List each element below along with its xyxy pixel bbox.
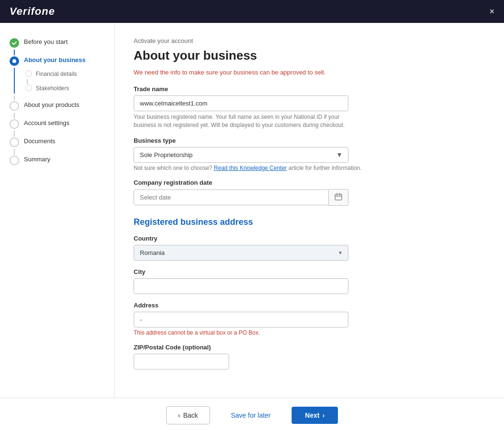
step-indicator-documents	[10, 137, 19, 147]
business-type-wrapper: Sole Proprietorship Limited Company Part…	[134, 147, 348, 163]
sidebar-label-account-settings: Account settings	[24, 118, 69, 126]
sub-circle-stakeholders	[25, 84, 32, 91]
step-indicator-summary	[10, 156, 19, 165]
main-layout: Before you start About your business Fin…	[0, 23, 504, 398]
address-error: This address cannot be a virtual box or …	[134, 329, 485, 336]
sidebar-label-about-your-business: About your business	[24, 55, 85, 63]
sidebar: Before you start About your business Fin…	[0, 23, 115, 398]
save-for-later-button[interactable]: Save for later	[220, 407, 282, 424]
sidebar-item-account-settings[interactable]: Account settings	[10, 118, 105, 129]
sidebar-label-before-you-start: Before you start	[24, 37, 68, 45]
sidebar-label-about-your-products: About your products	[24, 100, 79, 108]
date-wrapper	[134, 189, 348, 206]
page-title: About your business	[134, 48, 485, 63]
hint-prefix: Not sure which one to choose?	[134, 165, 214, 171]
country-wrapper: Romania Other ▼	[134, 245, 348, 261]
footer: ‹ Back Save for later Next ›	[0, 398, 504, 432]
header: Verifone ×	[0, 0, 504, 23]
next-label: Next	[305, 411, 319, 419]
back-label: Back	[183, 411, 198, 419]
logo: Verifone	[10, 5, 55, 18]
step-connector-5	[14, 149, 15, 155]
activate-label: Activate your account	[134, 37, 485, 44]
sidebar-item-documents[interactable]: Documents	[10, 137, 105, 147]
trade-name-hint: Your business registered name. Your full…	[134, 113, 348, 129]
country-select[interactable]: Romania Other	[134, 245, 348, 261]
date-input[interactable]	[134, 190, 329, 205]
business-type-label: Business type	[134, 137, 485, 144]
back-chevron-icon: ‹	[178, 411, 180, 419]
trade-name-label: Trade name	[134, 85, 485, 93]
content-area: Activate your account About your busines…	[115, 23, 504, 398]
hint-suffix: article for further information.	[287, 165, 362, 171]
step-indicator-completed	[10, 38, 19, 48]
calendar-icon[interactable]	[329, 189, 348, 206]
next-button[interactable]: Next ›	[292, 407, 338, 424]
svg-rect-0	[335, 194, 342, 200]
business-type-hint: Not sure which one to choose? Read this …	[134, 165, 485, 171]
knowledge-center-link[interactable]: Read this Knowledge Center	[214, 165, 287, 171]
sidebar-item-about-your-business[interactable]: About your business	[10, 55, 105, 66]
sidebar-label-documents: Documents	[24, 137, 55, 145]
zip-label: ZIP/Postal Code (optional)	[134, 344, 485, 351]
sidebar-label-stakeholders: Stakeholders	[36, 84, 69, 92]
step-connector-3	[14, 113, 15, 118]
sub-circle-financial	[25, 70, 32, 77]
sidebar-item-about-your-products[interactable]: About your products	[10, 100, 105, 111]
step-indicator-account	[10, 119, 19, 129]
sidebar-item-stakeholders[interactable]: Stakeholders	[24, 84, 105, 92]
sidebar-item-financial-details[interactable]: Financial details	[24, 70, 105, 77]
registered-address-title: Registered business address	[134, 217, 485, 227]
info-text: We need the info to make sure your busin…	[134, 69, 485, 76]
close-button[interactable]: ×	[489, 7, 494, 17]
zip-input[interactable]	[134, 354, 229, 369]
company-reg-date-label: Company registration date	[134, 179, 485, 186]
step-indicator-active	[10, 56, 19, 66]
next-chevron-icon: ›	[322, 411, 325, 419]
step-connector	[14, 50, 15, 55]
address-label: Address	[134, 302, 485, 309]
sidebar-label-financial-details: Financial details	[36, 70, 77, 77]
sidebar-item-summary[interactable]: Summary	[10, 155, 105, 165]
country-label: Country	[134, 235, 485, 242]
step-connector-2	[14, 95, 15, 100]
trade-name-input[interactable]	[134, 95, 348, 111]
city-input[interactable]	[134, 278, 348, 294]
step-indicator-products	[10, 101, 19, 111]
step-connector-4	[14, 131, 15, 137]
city-label: City	[134, 268, 485, 275]
sidebar-item-before-you-start[interactable]: Before you start	[10, 37, 105, 48]
business-type-select[interactable]: Sole Proprietorship Limited Company Part…	[134, 147, 348, 163]
address-input[interactable]	[134, 312, 348, 327]
back-button[interactable]: ‹ Back	[166, 406, 210, 424]
sidebar-label-summary: Summary	[24, 155, 51, 163]
